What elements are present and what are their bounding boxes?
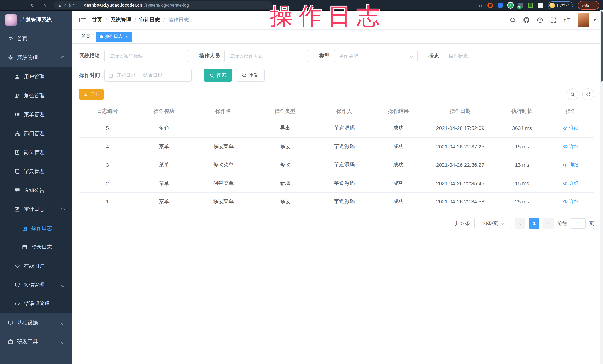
sidebar-item-label: 首页 (17, 35, 27, 42)
browser-update-button[interactable]: 更新 ⋮ (578, 1, 599, 10)
breadcrumb-item[interactable]: 系统管理 (110, 17, 131, 23)
tab-operate-log[interactable]: 操作日志 × (96, 31, 131, 42)
back-icon[interactable]: ← (4, 3, 10, 8)
sidebar-item-online-users[interactable]: 在线用户 (0, 256, 72, 276)
goto-page-input[interactable] (571, 218, 586, 229)
type-select[interactable]: 操作类型 (334, 50, 417, 62)
page-scrollbar[interactable] (600, 11, 603, 364)
reset-button[interactable]: 重置 (236, 69, 265, 82)
avatar-caret-down-icon[interactable] (593, 19, 596, 21)
cell-result: 成功 (373, 156, 424, 174)
pagination: 共 5 条 10条/页 ‹ 1 › 前往 页 (79, 218, 594, 229)
operator-input[interactable] (224, 50, 308, 62)
tab-home[interactable]: 首页 (78, 31, 94, 42)
sidebar-item-home[interactable]: 首页 (0, 29, 72, 48)
home-icon[interactable]: ⌂ (43, 3, 46, 8)
sidebar-item-login-log[interactable]: 登录日志 (0, 238, 72, 256)
sidebar-item-label: 错误码管理 (24, 300, 50, 307)
cell-name: 创建菜单 (192, 174, 254, 192)
cell-date: 2021-04-26 22:34:58 (424, 192, 496, 211)
address-bar[interactable]: ▲ 不安全 dashboard.yudao.iocoder.cn/system/… (54, 1, 272, 9)
col-header-date: 操作日期 (424, 104, 496, 119)
type-label: 类型 (319, 53, 330, 59)
extension-icon-leaf[interactable] (528, 3, 533, 8)
fullscreen-icon[interactable] (550, 17, 557, 23)
extension-icon-green-y[interactable] (508, 3, 513, 8)
detail-link[interactable]: 详细 (563, 125, 579, 132)
extension-icon-orange-ring[interactable] (487, 2, 493, 8)
chevron-up-icon (61, 56, 65, 60)
table-header-row: 日志编号 操作模块 操作名 操作类型 操作人 操作结果 操作日期 执行时长 操作 (79, 104, 594, 119)
font-size-icon[interactable]: TT (564, 17, 571, 23)
date-range-picker[interactable]: 开始日期 - 结束日期 (104, 69, 192, 82)
sidebar-item-user-mgmt[interactable]: 用户管理 (0, 67, 72, 86)
extension-icon-blue[interactable] (498, 3, 503, 8)
col-header-module: 操作模块 (136, 104, 192, 119)
status-select[interactable]: 操作状态 (444, 50, 527, 62)
sidebar-item-errcode-mgmt[interactable]: 错误码管理 (0, 294, 72, 313)
sidebar-item-system[interactable]: 系统管理 (0, 48, 72, 67)
sidebar-item-audit-log[interactable]: 审计日志 (0, 200, 72, 219)
sidebar-item-operate-log[interactable]: 操作日志 (0, 219, 72, 238)
sidebar-toggle-icon[interactable] (79, 17, 86, 23)
col-header-result: 操作结果 (373, 104, 424, 119)
cell-id: 2 (79, 174, 136, 192)
search-button[interactable]: 搜索 (204, 69, 232, 82)
sidebar-item-role-mgmt[interactable]: 角色管理 (0, 86, 72, 105)
prev-page-button[interactable]: ‹ (515, 218, 525, 229)
forward-icon[interactable]: → (17, 3, 23, 8)
sidebar-item-dict-mgmt[interactable]: 字典管理 (0, 162, 72, 181)
extensions-puzzle-icon[interactable] (538, 3, 543, 8)
refresh-button[interactable] (582, 88, 594, 100)
detail-link-label: 详细 (569, 180, 579, 187)
goto-label: 前往 (557, 220, 567, 227)
module-input[interactable] (104, 50, 188, 62)
sidebar-item-label: 短信管理 (24, 282, 45, 288)
sidebar-item-label: 岗位管理 (24, 149, 45, 156)
sidebar-item-sms-mgmt[interactable]: 短信管理 (0, 276, 72, 294)
detail-link[interactable]: 详细 (563, 180, 579, 187)
profile-paused-badge[interactable]: 已暂停 (548, 1, 573, 9)
chevron-down-icon (500, 221, 505, 225)
extension-icon-gray[interactable]: on (518, 3, 523, 8)
sidebar-item-infra[interactable]: 基础设施 (0, 313, 72, 332)
scrollbar-thumb[interactable] (601, 11, 603, 82)
export-button[interactable]: 导出 (79, 89, 104, 100)
github-icon[interactable] (523, 17, 530, 23)
message-icon (14, 187, 20, 193)
dashboard-icon (7, 36, 13, 42)
toggle-search-button[interactable] (567, 88, 579, 100)
table-row: 5 角色 导出 芋道源码 成功 2021-04-28 17:52:09 3634… (79, 119, 594, 137)
browser-menu-icon[interactable]: ⋮ (592, 3, 596, 8)
breadcrumb-item[interactable]: 首页 (92, 17, 102, 23)
detail-link[interactable]: 详细 (563, 162, 579, 168)
sidebar-item-notice[interactable]: 通知公告 (0, 181, 72, 200)
sidebar-item-post-mgmt[interactable]: 岗位管理 (0, 143, 72, 162)
detail-link[interactable]: 详细 (563, 143, 579, 150)
cell-duration: 3634 ms (496, 119, 548, 137)
sidebar-item-menu-mgmt[interactable]: 菜单管理 (0, 105, 72, 124)
breadcrumb-item[interactable]: 审计日志 (139, 17, 160, 23)
sidebar-item-dept-mgmt[interactable]: 部门管理 (0, 124, 72, 143)
sidebar-item-dev-tools[interactable]: 研发工具 (0, 332, 72, 351)
not-secure-label: 不安全 (64, 2, 76, 8)
type-select-placeholder: 操作类型 (339, 53, 410, 59)
user-avatar[interactable] (578, 13, 589, 27)
document-icon (22, 225, 27, 231)
detail-link-label: 详细 (569, 198, 579, 205)
next-page-button[interactable]: › (543, 218, 554, 229)
search-icon[interactable] (510, 17, 516, 23)
bookmark-star-icon[interactable]: ☆ (478, 2, 483, 8)
detail-link[interactable]: 详细 (563, 198, 579, 205)
reload-icon[interactable]: ↻ (30, 3, 35, 8)
close-tab-icon[interactable]: × (125, 34, 128, 39)
page-number-button[interactable]: 1 (529, 218, 539, 229)
cell-result: 成功 (373, 174, 424, 192)
sidebar-item-label: 通知公告 (24, 187, 45, 194)
sidebar-item-label: 用户管理 (24, 73, 45, 80)
search-button-label: 搜索 (217, 72, 226, 79)
cell-date: 2021-04-26 22:37:25 (424, 137, 496, 156)
help-icon[interactable] (537, 17, 543, 23)
table-row: 1 菜单 修改菜单 修改 芋道源码 成功 2021-04-26 22:34:58… (79, 192, 594, 211)
page-size-select[interactable]: 10条/页 (475, 218, 511, 229)
